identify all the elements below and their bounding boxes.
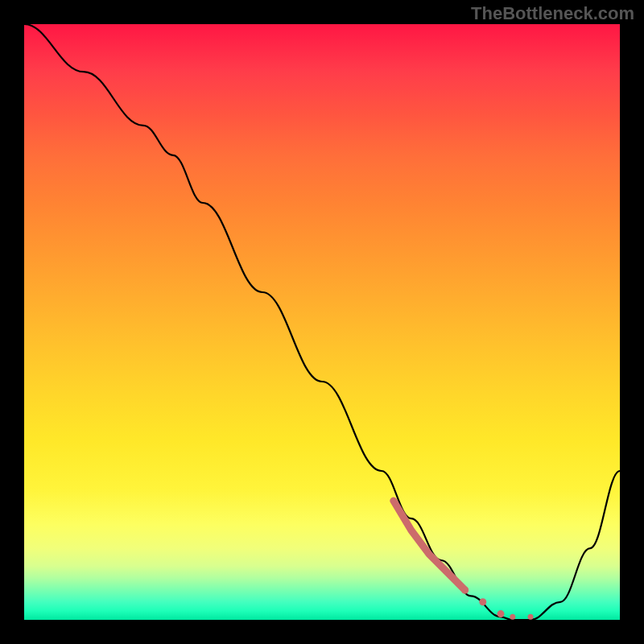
svg-point-2 (497, 610, 505, 617)
svg-point-0 (461, 587, 469, 594)
svg-point-4 (528, 614, 534, 620)
svg-point-3 (510, 614, 515, 620)
watermark-text: TheBottleneck.com (471, 3, 634, 24)
chart-svg (24, 24, 620, 620)
bottleneck-curve-line (24, 24, 620, 620)
svg-point-1 (479, 598, 486, 605)
plot-area (24, 24, 620, 620)
